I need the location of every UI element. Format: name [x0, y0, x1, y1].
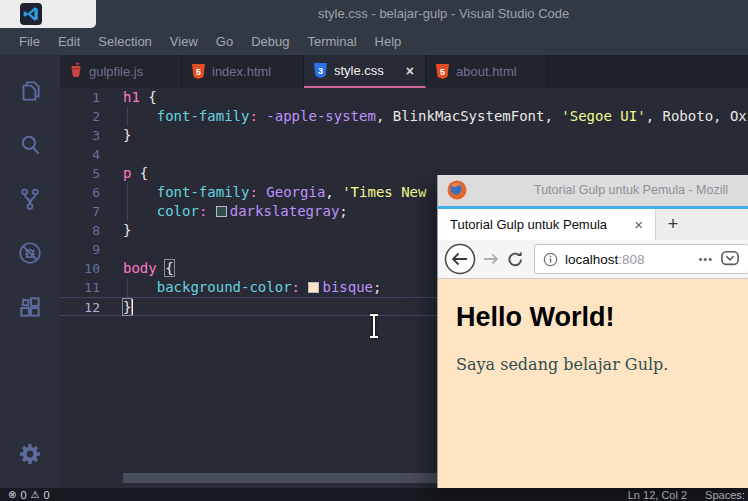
source-control-icon[interactable]: [16, 185, 44, 213]
menu-item-view[interactable]: View: [161, 31, 207, 52]
html5-icon: 5: [436, 64, 449, 79]
gear-icon[interactable]: [16, 440, 44, 468]
code-text: font-family: Georgia, 'Times New: [123, 183, 435, 202]
site-info-icon[interactable]: [543, 252, 558, 267]
line-number: 10: [60, 259, 100, 278]
color-swatch[interactable]: [216, 206, 227, 217]
vscode-logo-icon: [20, 3, 42, 25]
line-number: 2: [60, 107, 100, 126]
activity-bar-bottom: [0, 440, 60, 468]
code-line[interactable]: 2 font-family: -apple-system, BlinkMacSy…: [60, 107, 748, 126]
errors-icon: ⊗: [8, 489, 16, 500]
indent-guide: [127, 202, 128, 221]
extensions-icon[interactable]: [16, 293, 44, 321]
indent-guide: [127, 183, 128, 202]
indent-guide: [127, 278, 128, 297]
titlebar-corner: [0, 0, 96, 28]
horizontal-scrollbar[interactable]: [123, 473, 437, 483]
activity-bar: [0, 55, 60, 488]
tab-style-css[interactable]: 3style.css×: [304, 55, 426, 88]
gulp-icon: [70, 62, 82, 82]
code-text: p {: [123, 164, 148, 183]
menu-bar: FileEditSelectionViewGoDebugTerminalHelp: [0, 28, 748, 55]
menu-item-debug[interactable]: Debug: [242, 31, 298, 52]
url-bar[interactable]: localhost:808 •••: [534, 244, 748, 274]
debug-icon[interactable]: [16, 239, 44, 267]
menu-item-file[interactable]: File: [10, 31, 49, 52]
tab-about-html[interactable]: 5about.html: [426, 55, 548, 88]
page-actions-icon[interactable]: •••: [698, 253, 713, 265]
activity-bar-top: [16, 77, 44, 321]
window-title: style.css - belajar-gulp - Visual Studio…: [318, 6, 569, 21]
warnings-icon: ⚠: [31, 489, 40, 500]
firefox-tab-label: Tutorial Gulp untuk Pemula: [450, 217, 626, 232]
color-swatch[interactable]: [308, 282, 319, 293]
code-line[interactable]: 1h1 {: [60, 88, 748, 107]
tab-bar: gulpfile.js5index.html3style.css×5about.…: [60, 55, 748, 88]
firefox-window: Tutorial Gulp untuk Pemula - Mozill Tuto…: [437, 175, 748, 488]
html5-icon: 5: [192, 64, 205, 79]
screen: style.css - belajar-gulp - Visual Studio…: [0, 0, 748, 501]
menu-item-edit[interactable]: Edit: [49, 31, 89, 52]
tab-label: about.html: [456, 64, 537, 79]
line-number: 11: [60, 278, 100, 297]
code-text: color: darkslategray;: [123, 202, 348, 221]
line-number: 5: [60, 164, 100, 183]
firefox-titlebar: Tutorial Gulp untuk Pemula - Mozill: [438, 175, 748, 206]
code-line[interactable]: 4: [60, 145, 748, 164]
titlebar: style.css - belajar-gulp - Visual Studio…: [0, 0, 748, 28]
text-cursor: [131, 299, 133, 315]
line-number: 6: [60, 183, 100, 202]
line-number: 3: [60, 126, 100, 145]
tab-gulpfile-js[interactable]: gulpfile.js: [60, 55, 182, 88]
firefox-window-title: Tutorial Gulp untuk Pemula - Mozill: [534, 183, 728, 197]
errors-count: 0: [20, 489, 26, 501]
line-number: 7: [60, 202, 100, 221]
problems-indicator[interactable]: ⊗ 0 ⚠ 0: [0, 489, 50, 501]
code-text: font-family: -apple-system, BlinkMacSyst…: [123, 107, 747, 126]
url-port: :808: [618, 252, 644, 267]
firefox-logo-icon: [446, 179, 468, 205]
code-text: }: [123, 298, 133, 315]
firefox-tab-close-icon[interactable]: ×: [626, 216, 643, 233]
indent-guide: [127, 107, 128, 126]
search-icon[interactable]: [16, 131, 44, 159]
line-number: 1: [60, 88, 100, 107]
indentation-setting[interactable]: Spaces: 4: [705, 489, 748, 501]
line-number: 12: [60, 298, 100, 315]
menu-item-go[interactable]: Go: [207, 31, 242, 52]
files-icon[interactable]: [16, 77, 44, 105]
back-button[interactable]: [444, 243, 476, 275]
line-number: 8: [60, 221, 100, 240]
tab-label: style.css: [334, 63, 398, 78]
firefox-nav-bar: localhost:808 •••: [438, 240, 748, 279]
css3-icon: 3: [314, 63, 327, 78]
menu-item-help[interactable]: Help: [366, 31, 411, 52]
code-text: h1 {: [123, 88, 157, 107]
reload-icon[interactable]: [506, 250, 525, 269]
firefox-page-content: Hello World! Saya sedang belajar Gulp.: [438, 280, 748, 488]
page-paragraph: Saya sedang belajar Gulp.: [456, 355, 748, 374]
code-text: }: [123, 221, 131, 240]
tab-label: index.html: [212, 64, 293, 79]
warnings-count: 0: [43, 489, 49, 501]
line-number: 9: [60, 240, 100, 259]
pocket-icon[interactable]: [720, 250, 740, 268]
tab-index-html[interactable]: 5index.html: [182, 55, 304, 88]
status-bar: ⊗ 0 ⚠ 0 Ln 12, Col 2 Spaces: 4: [0, 488, 748, 501]
code-line[interactable]: 3}: [60, 126, 748, 145]
cursor-position[interactable]: Ln 12, Col 2: [628, 489, 687, 501]
code-text: body {: [123, 259, 174, 278]
firefox-tab-bar: Tutorial Gulp untuk Pemula × +: [438, 209, 748, 240]
forward-button[interactable]: [481, 249, 501, 269]
firefox-tab[interactable]: Tutorial Gulp untuk Pemula ×: [438, 209, 656, 240]
menu-item-terminal[interactable]: Terminal: [298, 31, 365, 52]
tab-close-icon[interactable]: ×: [405, 63, 415, 79]
tab-label: gulpfile.js: [89, 64, 171, 79]
firefox-new-tab-button[interactable]: +: [656, 209, 690, 240]
page-heading: Hello World!: [456, 302, 748, 333]
mouse-ibeam-cursor: [366, 312, 382, 340]
code-text: }: [123, 126, 131, 145]
menu-item-selection[interactable]: Selection: [89, 31, 160, 52]
url-host: localhost: [565, 252, 618, 267]
